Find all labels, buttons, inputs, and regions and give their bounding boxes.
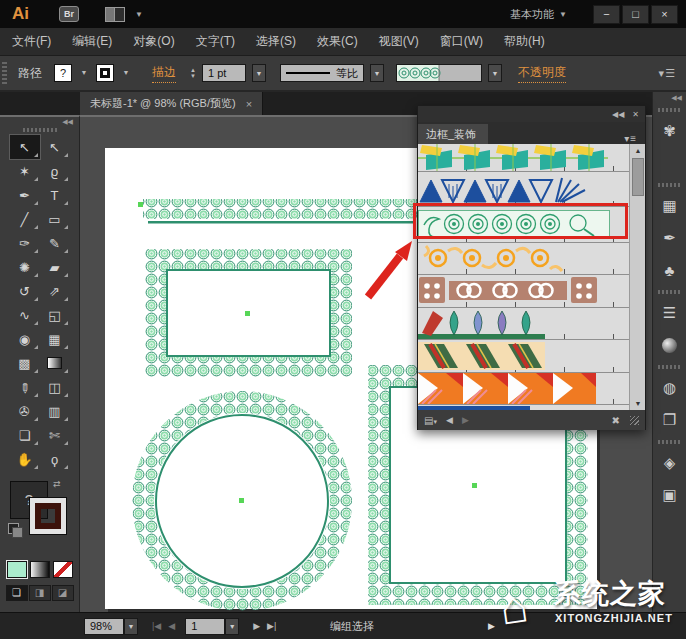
draw-behind-mode[interactable]: ◨ [29, 585, 51, 601]
brush-teal-yellow-geometric[interactable] [418, 144, 631, 172]
control-panel-menu-icon[interactable]: ▾☰ [659, 67, 676, 80]
swap-fill-stroke-icon[interactable]: ⇄ [53, 479, 61, 489]
rectangle-tool[interactable]: ▭ [40, 207, 70, 231]
tools-grip[interactable] [23, 128, 57, 132]
brush-libraries-icon[interactable]: ▤▾ [424, 415, 437, 426]
line-segment-tool[interactable]: ╱ [10, 207, 40, 231]
chevron-down-icon[interactable]: ▼ [120, 64, 132, 82]
transform-panel-icon[interactable]: ❐ [655, 405, 685, 435]
eraser-tool[interactable]: ▰ [40, 255, 70, 279]
pen-tool[interactable]: ✒ [10, 183, 40, 207]
menu-item-8[interactable]: 帮助(H) [504, 33, 545, 50]
rotate-tool[interactable]: ↺ [10, 279, 40, 303]
panel-tab[interactable]: 边框_装饰 [418, 124, 488, 144]
menu-item-6[interactable]: 视图(V) [379, 33, 419, 50]
transparency-panel-icon[interactable]: ◍ [655, 373, 685, 403]
brush-green-red-ribbon[interactable] [418, 340, 631, 373]
panel-scrollbar[interactable]: ▲ ▼ [629, 144, 645, 410]
menu-item-2[interactable]: 对象(O) [133, 33, 174, 50]
graph-tool[interactable]: ▥ [40, 399, 70, 423]
layers-panel-icon[interactable]: ◈ [655, 448, 685, 478]
next-library-icon[interactable]: ▶ [462, 415, 469, 425]
opacity-link[interactable]: 不透明度 [518, 64, 566, 83]
zoom-dropdown-icon[interactable]: ▼ [124, 618, 138, 635]
last-artboard-icon[interactable]: ▶| [267, 621, 276, 631]
menu-item-5[interactable]: 效果(C) [317, 33, 358, 50]
prev-library-icon[interactable]: ◀ [446, 415, 453, 425]
color-button[interactable] [7, 561, 27, 578]
dock-grip[interactable] [658, 108, 682, 112]
close-button[interactable]: × [651, 5, 678, 24]
draw-inside-mode[interactable]: ◪ [52, 585, 74, 601]
perspective-grid-tool[interactable]: ▦ [40, 327, 70, 351]
panel-resize-grip[interactable] [630, 416, 639, 425]
brush-color-petals[interactable] [418, 308, 631, 340]
collapse-tools-icon[interactable]: ◀◀ [0, 117, 79, 127]
next-artboard-icon[interactable]: ▶ [253, 621, 260, 631]
symbol-sprayer-tool[interactable]: ✇ [10, 399, 40, 423]
shape-builder-tool[interactable]: ◉ [10, 327, 40, 351]
close-panel-icon[interactable]: ✕ [632, 110, 639, 119]
paintbrush-tool[interactable]: ✑ [10, 231, 40, 255]
blob-brush-tool[interactable]: ✺ [10, 255, 40, 279]
panel-menu-icon[interactable]: ▾≡ [616, 133, 645, 144]
zoom-tool[interactable]: ϙ [40, 447, 70, 471]
artboard-number-field[interactable]: 1 [185, 618, 225, 635]
workspace-switcher[interactable]: 基本功能 ▼ [510, 7, 567, 22]
brushes-panel-icon[interactable]: ✒ [655, 223, 685, 253]
expand-dock-icon[interactable]: ◀◀ [653, 92, 686, 104]
menu-item-7[interactable]: 窗口(W) [440, 33, 483, 50]
chevron-down-icon[interactable]: ▼ [488, 64, 502, 82]
collapse-panel-icon[interactable]: ◀◀ [612, 110, 624, 119]
scale-tool[interactable]: ⇗ [40, 279, 70, 303]
type-tool[interactable]: T [40, 183, 70, 207]
menu-item-3[interactable]: 文字(T) [196, 33, 235, 50]
pencil-tool[interactable]: ✎ [40, 231, 70, 255]
brush-blue-zigzag-ribbon[interactable] [418, 172, 631, 207]
document-tab[interactable]: 未标题-1* @ 98% (RGB/预览) × [80, 92, 263, 115]
width-tool[interactable]: ∿ [10, 303, 40, 327]
remove-brush-stroke-icon[interactable]: ✖ [612, 415, 620, 426]
prev-artboard-icon[interactable]: ◀ [168, 621, 175, 631]
menu-item-0[interactable]: 文件(F) [12, 33, 51, 50]
fill-color-swatch[interactable]: ? [54, 64, 72, 82]
chevron-down-icon[interactable]: ▼ [135, 10, 143, 19]
slice-tool[interactable]: ✄ [40, 423, 70, 447]
gradient-sphere-icon[interactable] [655, 330, 685, 360]
brush-blue-strip-partial[interactable] [418, 405, 631, 410]
none-button[interactable] [53, 561, 73, 578]
close-tab-icon[interactable]: × [246, 98, 252, 110]
arrange-documents-icon[interactable] [105, 7, 125, 22]
stroke-color-swatch[interactable] [96, 64, 114, 82]
variable-width-profile[interactable]: 等比 [280, 64, 364, 82]
mesh-tool[interactable]: ▩ [10, 351, 40, 375]
artboard-dropdown-icon[interactable]: ▼ [225, 618, 239, 635]
direct-selection-tool[interactable]: ↖ [40, 135, 70, 159]
artboards-panel-icon[interactable]: ▣ [655, 480, 685, 510]
stroke-weight-stepper[interactable]: ▲▼ [190, 67, 196, 79]
swatches-panel-icon[interactable]: ▦ [655, 191, 685, 221]
eyedropper-tool[interactable]: ✐ [10, 375, 40, 399]
default-fill-stroke-icon[interactable] [8, 523, 19, 534]
brush-brown-rope[interactable] [418, 275, 631, 308]
stroke-weight-field[interactable]: 1 pt [202, 64, 246, 82]
free-transform-tool[interactable]: ◱ [40, 303, 70, 327]
stroke-indicator[interactable] [30, 498, 66, 534]
gradient-button[interactable] [30, 561, 50, 578]
zoom-level-field[interactable]: 98% [84, 618, 124, 635]
scroll-thumb[interactable] [632, 158, 644, 196]
stroke-weight-link[interactable]: 描边 [152, 64, 176, 83]
scroll-up-icon[interactable]: ▲ [630, 144, 645, 157]
gradient-tool[interactable] [40, 351, 70, 375]
menu-item-4[interactable]: 选择(S) [256, 33, 296, 50]
maximize-button[interactable]: □ [622, 5, 649, 24]
minimize-button[interactable]: − [593, 5, 620, 24]
chevron-down-icon[interactable]: ▼ [370, 64, 384, 82]
chevron-down-icon[interactable]: ▼ [252, 64, 266, 82]
brush-definition-preview[interactable] [396, 64, 482, 82]
chevron-down-icon[interactable]: ▼ [78, 64, 90, 82]
brush-orange-scroll[interactable] [418, 243, 631, 275]
artboard-tool[interactable]: ❏ [10, 423, 40, 447]
brush-orange-quilt[interactable] [418, 373, 631, 405]
blend-tool[interactable]: ◫ [40, 375, 70, 399]
